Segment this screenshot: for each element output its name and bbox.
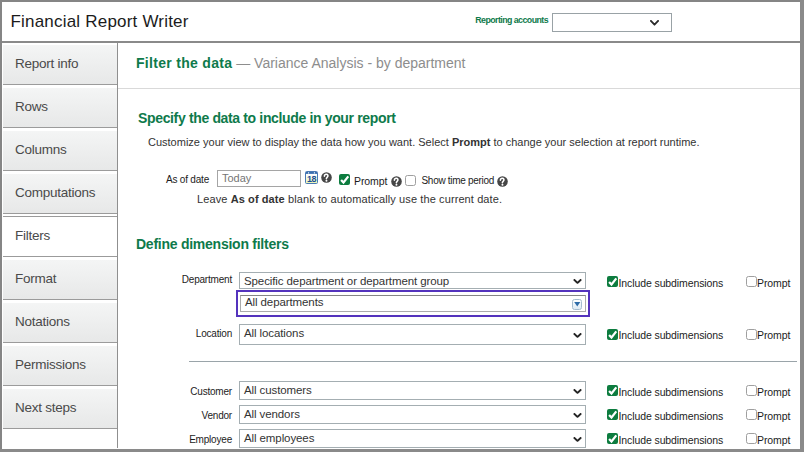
svg-text:18: 18 — [307, 174, 317, 184]
